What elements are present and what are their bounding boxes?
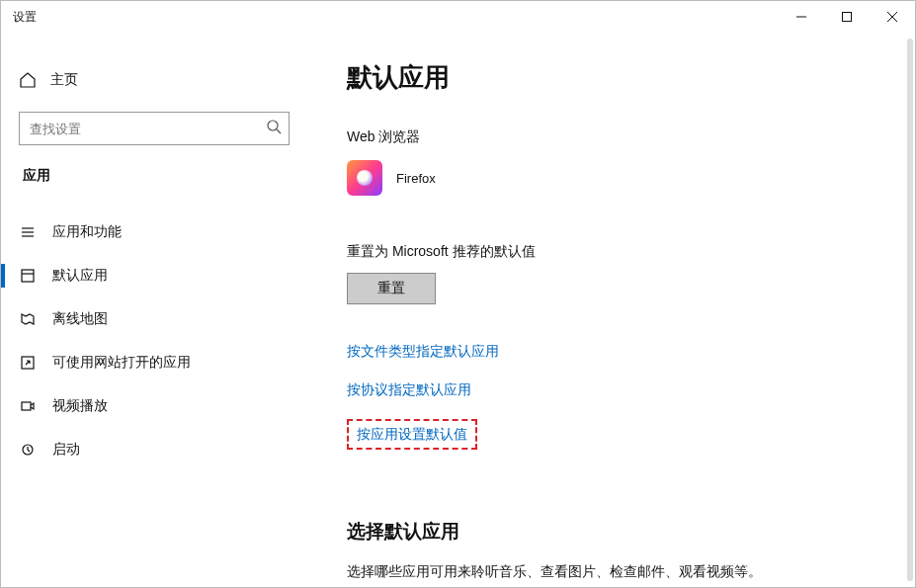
- sidebar-nav-list: 应用和功能 默认应用 离线地图: [1, 210, 307, 471]
- window-title: 设置: [13, 9, 37, 26]
- search-wrap: [19, 112, 290, 145]
- highlighted-link-wrap: 按应用设置默认值: [347, 419, 477, 450]
- svg-line-5: [277, 129, 281, 133]
- search-input[interactable]: [19, 112, 290, 145]
- home-nav[interactable]: 主页: [1, 62, 307, 98]
- open-icon: [19, 354, 37, 372]
- sidebar-item-label: 可使用网站打开的应用: [52, 354, 191, 372]
- map-icon: [19, 310, 37, 328]
- sidebar: 主页 应用 应用和功能: [1, 33, 307, 587]
- firefox-icon: [347, 160, 382, 196]
- reset-button[interactable]: 重置: [347, 273, 436, 304]
- sidebar-item-label: 默认应用: [52, 267, 108, 285]
- titlebar: 设置: [1, 1, 915, 33]
- main-content: 默认应用 Web 浏览器 Firefox 重置为 Microsoft 推荐的默认…: [307, 33, 915, 587]
- home-label: 主页: [50, 71, 78, 89]
- sidebar-item-label: 启动: [52, 441, 80, 459]
- sidebar-item-offline-maps[interactable]: 离线地图: [1, 297, 307, 341]
- link-by-filetype[interactable]: 按文件类型指定默认应用: [347, 343, 499, 361]
- link-by-protocol[interactable]: 按协议指定默认应用: [347, 381, 471, 399]
- reset-heading: 重置为 Microsoft 推荐的默认值: [347, 243, 915, 261]
- video-icon: [19, 397, 37, 415]
- startup-icon: [19, 441, 37, 459]
- minimize-button[interactable]: [779, 1, 824, 33]
- sidebar-item-apps-features[interactable]: 应用和功能: [1, 210, 307, 254]
- window-controls: [779, 1, 915, 33]
- web-browser-choice[interactable]: Firefox: [347, 160, 915, 196]
- links-group: 按文件类型指定默认应用 按协议指定默认应用 按应用设置默认值: [347, 342, 915, 469]
- sidebar-item-label: 应用和功能: [52, 223, 122, 241]
- svg-rect-9: [22, 270, 34, 282]
- web-browser-app-name: Firefox: [396, 171, 436, 186]
- list-icon: [19, 223, 37, 241]
- sidebar-item-video-playback[interactable]: 视频播放: [1, 384, 307, 428]
- maximize-button[interactable]: [824, 1, 870, 33]
- link-by-app[interactable]: 按应用设置默认值: [357, 426, 467, 444]
- default-icon: [19, 267, 37, 285]
- page-title: 默认应用: [347, 60, 915, 95]
- sidebar-item-label: 视频播放: [52, 397, 108, 415]
- close-button[interactable]: [870, 1, 915, 33]
- svg-rect-12: [22, 402, 31, 410]
- choose-paragraph-1: 选择哪些应用可用来聆听音乐、查看图片、检查邮件、观看视频等。: [347, 562, 915, 582]
- sidebar-item-startup[interactable]: 启动: [1, 428, 307, 471]
- web-browser-label: Web 浏览器: [347, 128, 915, 146]
- choose-heading: 选择默认应用: [347, 519, 915, 545]
- svg-point-4: [268, 121, 278, 130]
- home-icon: [19, 71, 37, 89]
- sidebar-item-default-apps[interactable]: 默认应用: [1, 254, 307, 297]
- scrollbar[interactable]: [907, 39, 913, 581]
- sidebar-item-label: 离线地图: [52, 310, 108, 328]
- search-icon: [266, 119, 282, 138]
- sidebar-section-label: 应用: [1, 145, 307, 195]
- svg-rect-1: [843, 13, 852, 22]
- sidebar-item-apps-for-websites[interactable]: 可使用网站打开的应用: [1, 341, 307, 384]
